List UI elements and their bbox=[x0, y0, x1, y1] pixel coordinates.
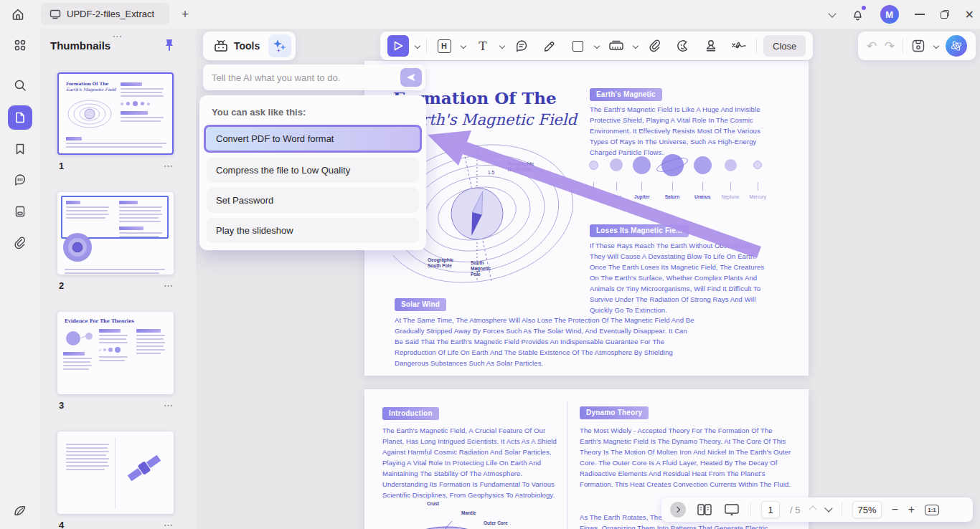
text-tool-button[interactable]: T bbox=[472, 35, 494, 57]
measure-tool-chevron-icon[interactable] bbox=[633, 43, 639, 49]
actual-size-button[interactable]: 1:1 bbox=[925, 505, 939, 515]
sparkles-icon bbox=[272, 38, 288, 54]
shape-tool-chevron-icon[interactable] bbox=[594, 43, 600, 49]
attach-tool-button[interactable] bbox=[644, 35, 666, 57]
sidebar-item-page-organize[interactable] bbox=[8, 199, 32, 224]
tools-button[interactable]: Tools bbox=[207, 34, 265, 57]
planet-label: Jupiter bbox=[634, 194, 650, 199]
planet-label: Uranus bbox=[694, 194, 710, 199]
avatar[interactable]: M bbox=[880, 5, 899, 24]
thumbnail-4-number: 4 bbox=[59, 520, 64, 529]
thumbnail-earth-diagram bbox=[62, 229, 102, 265]
outer-core-label: Outer Core bbox=[484, 520, 508, 526]
suggestion-compress-file[interactable]: Compress the file to Low Quality bbox=[207, 158, 419, 183]
ai-assistant-button[interactable] bbox=[946, 35, 967, 57]
suggestions-hint: You can ask like this: bbox=[212, 107, 419, 118]
ai-input-bar bbox=[203, 65, 425, 90]
save-button[interactable] bbox=[910, 38, 926, 54]
zoom-level-value[interactable]: 75% bbox=[852, 501, 881, 518]
diagram-south-label: Geographic South Pole bbox=[428, 257, 461, 269]
panel-drag-handle[interactable]: ⋯ bbox=[113, 30, 123, 42]
crust-label: Crust bbox=[427, 501, 439, 507]
zoom-out-button[interactable]: − bbox=[892, 503, 898, 516]
section-text-dynamo-p1: The Most Widely - Accepted Theory For Th… bbox=[580, 425, 795, 490]
maximize-button[interactable] bbox=[941, 10, 949, 19]
thumbnail-3-title: Evidence For The Theories bbox=[65, 318, 134, 324]
notification-bell-icon[interactable] bbox=[851, 8, 864, 22]
history-toolbar-group: ↶ ↷ bbox=[858, 32, 976, 60]
signature-icon bbox=[730, 39, 748, 53]
stamp-tool-button[interactable] bbox=[700, 35, 722, 57]
titlebar-chevron-down-icon[interactable] bbox=[828, 9, 836, 17]
ai-sparkle-button[interactable] bbox=[268, 34, 291, 57]
planets-row: Venus Mars Jupiter Saturn Uranus Neptune… bbox=[587, 153, 766, 199]
thumbnail-4-menu[interactable]: ⋯ bbox=[164, 520, 174, 529]
comment-icon bbox=[514, 39, 529, 53]
sticker-tool-button[interactable] bbox=[672, 35, 694, 57]
suggestion-play-slideshow[interactable]: Play the slideshow bbox=[207, 218, 419, 243]
sidebar bbox=[0, 29, 39, 529]
previous-page-button[interactable] bbox=[809, 505, 817, 513]
sidebar-item-comments[interactable] bbox=[8, 168, 32, 192]
text-tool-chevron-icon[interactable] bbox=[499, 43, 505, 49]
zoom-in-button[interactable]: + bbox=[908, 503, 915, 516]
thumbnail-3-menu[interactable]: ⋯ bbox=[164, 400, 174, 411]
thumbnail-preview: Formation Of The Earth's Magnetic Field bbox=[66, 81, 116, 92]
close-tools-button[interactable]: Close bbox=[763, 35, 806, 57]
save-chevron-icon[interactable] bbox=[933, 43, 938, 49]
expand-panel-button[interactable] bbox=[670, 502, 686, 518]
suggestion-convert-pdf[interactable]: Convert PDF to Word format bbox=[204, 125, 422, 153]
page-thumbnail-1[interactable]: Formation Of The Earth's Magnetic Field bbox=[57, 72, 174, 155]
sidebar-item-bookmarks[interactable] bbox=[8, 137, 32, 161]
main-content-area: Formation Of The Earth's Magnetic Field bbox=[196, 29, 980, 529]
sidebar-item-pen-settings[interactable] bbox=[8, 498, 32, 523]
page-view-mode-button[interactable] bbox=[696, 502, 713, 517]
ruler-icon bbox=[608, 39, 624, 52]
square-icon bbox=[573, 41, 583, 52]
shape-tool-button[interactable] bbox=[567, 35, 588, 57]
comment-tool-button[interactable] bbox=[511, 35, 532, 57]
minimize-button[interactable] bbox=[915, 14, 925, 15]
section-badge-solar-wind: Solar Wind bbox=[395, 298, 446, 311]
planet-label: Mercury bbox=[750, 194, 766, 199]
tab-title: UPDF-2-files_Extract bbox=[67, 9, 154, 19]
heading-tool-chevron-icon[interactable] bbox=[461, 43, 466, 49]
measure-tool-button[interactable] bbox=[606, 35, 627, 57]
close-window-button[interactable]: ✕ bbox=[965, 8, 974, 22]
pen-tool-button[interactable] bbox=[539, 35, 560, 57]
signature-tool-button[interactable] bbox=[728, 35, 750, 57]
undo-button[interactable]: ↶ bbox=[867, 39, 877, 54]
earth-cross-section-diagram bbox=[372, 490, 544, 529]
home-icon[interactable] bbox=[10, 6, 26, 22]
sidebar-item-attachments[interactable] bbox=[8, 231, 32, 255]
next-page-button[interactable] bbox=[825, 504, 833, 512]
sidebar-item-search[interactable] bbox=[8, 73, 32, 97]
pin-icon[interactable] bbox=[163, 38, 176, 52]
diagram-magnetic-label: South Magnetic Pole bbox=[471, 260, 495, 277]
presentation-mode-button[interactable] bbox=[723, 502, 740, 517]
ai-prompt-input[interactable] bbox=[212, 72, 400, 83]
doc-title-line2: Earth's Magnetic Field bbox=[402, 111, 577, 128]
sidebar-item-thumbnails[interactable] bbox=[8, 105, 32, 130]
pdf-page-1: Formation Of The Earth's Magnetic Field bbox=[364, 61, 809, 376]
save-icon bbox=[910, 38, 926, 54]
thumbnail-2-menu[interactable]: ⋯ bbox=[164, 280, 174, 291]
page-thumbnail-3[interactable]: Evidence For The Theories bbox=[57, 312, 174, 394]
suggestion-set-password[interactable]: Set Password bbox=[207, 188, 419, 213]
thumbnail-1-menu[interactable]: ⋯ bbox=[164, 161, 174, 171]
document-tab[interactable]: UPDF-2-files_Extract bbox=[41, 3, 169, 25]
mantle-label: Mantle bbox=[461, 510, 476, 516]
planet-label: Mars bbox=[611, 194, 621, 199]
sidebar-item-apps[interactable] bbox=[8, 33, 32, 57]
page-thumbnail-4[interactable] bbox=[57, 432, 174, 514]
send-button[interactable] bbox=[400, 68, 422, 87]
redo-button[interactable]: ↷ bbox=[885, 39, 895, 54]
page-thumbnail-2[interactable] bbox=[57, 192, 174, 275]
select-tool-chevron-icon[interactable] bbox=[415, 43, 420, 49]
planet-label: Venus bbox=[587, 194, 600, 199]
new-tab-button[interactable]: + bbox=[177, 6, 193, 22]
section-text-earths-magnetic: The Earth's Magnetic Field Is Like A Hug… bbox=[590, 104, 766, 158]
heading-tool-button[interactable]: H bbox=[433, 35, 455, 57]
select-tool-button[interactable] bbox=[387, 35, 409, 57]
current-page-input[interactable]: 1 bbox=[761, 501, 780, 518]
